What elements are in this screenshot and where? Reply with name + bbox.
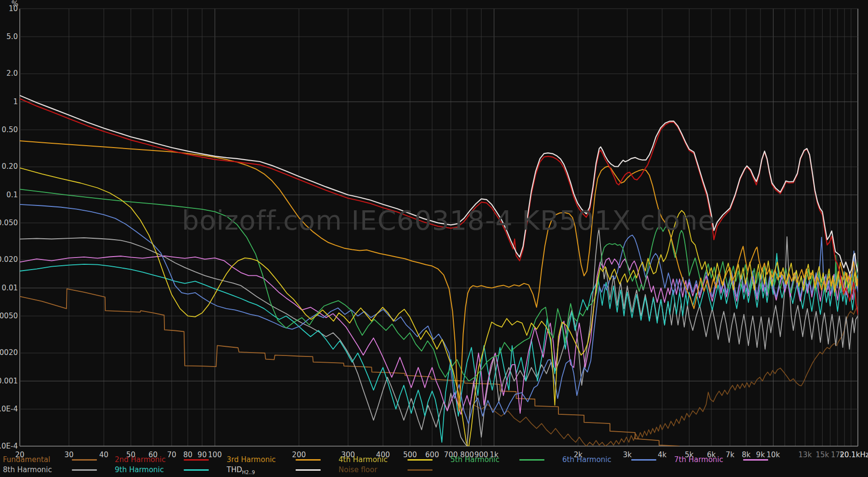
x-tick-8k: 8k (742, 450, 751, 459)
legend-item-h7[interactable]: 7th Harmonic (674, 456, 723, 464)
series-group (20, 95, 858, 448)
legend-item-label: 2nd Harmonic (115, 455, 165, 464)
x-tick-20.1kHz: 20.1kHz (840, 450, 868, 459)
x-tick-100: 100 (208, 450, 222, 459)
legend-swatch-noise (407, 469, 433, 471)
legend-item-label: THD (227, 465, 242, 474)
x-tick-10k: 10k (767, 450, 780, 459)
series-4th-harmonic (20, 168, 858, 448)
axis-labels: %105.02.010.500.200.10.0500.0200.010.005… (0, 0, 868, 459)
x-tick-15k: 15k (816, 450, 829, 459)
legend-item-h4[interactable]: 4th Harmonic (339, 456, 388, 464)
legend-item-h8[interactable]: 8th Harmonic (3, 466, 52, 474)
gridlines (20, 9, 858, 446)
legend-item-label: 8th Harmonic (3, 465, 52, 474)
x-tick-13k: 13k (799, 450, 812, 459)
x-tick-80: 80 (183, 450, 192, 459)
y-tick-10: 10 (9, 4, 18, 13)
x-tick-70: 70 (167, 450, 176, 459)
y-tick-0.01: 0.01 (2, 284, 18, 292)
legend-item-fundamental[interactable]: Fundamental (3, 456, 50, 464)
y-tick-1: 1 (13, 97, 18, 106)
legend-swatch-h3 (296, 459, 321, 461)
legend-item-noise[interactable]: Noise floor (339, 466, 377, 474)
legend-swatch-fundamental (72, 459, 97, 461)
x-tick-90: 90 (198, 450, 207, 459)
legend-item-h6[interactable]: 6th Harmonic (562, 456, 611, 464)
series-6th-harmonic (20, 204, 858, 423)
y-tick-2.0E-4: 2.0E-4 (0, 442, 18, 450)
legend-swatch-h5 (519, 459, 544, 461)
x-tick-200: 200 (292, 450, 306, 459)
x-tick-9k: 9k (756, 450, 765, 459)
x-tick-30: 30 (64, 450, 73, 459)
x-tick-3k: 3k (623, 450, 632, 459)
y-tick-0.0050: 0.0050 (0, 312, 18, 320)
y-tick-0.20: 0.20 (2, 162, 18, 171)
y-tick-0.1: 0.1 (6, 191, 18, 199)
legend-item-label: 9th Harmonic (115, 465, 164, 474)
legend-item-label: 6th Harmonic (562, 455, 611, 464)
legend-swatch-h4 (407, 459, 433, 461)
y-tick-5.0: 5.0 (6, 32, 18, 41)
series-thd (20, 95, 858, 274)
x-tick-4k: 4k (658, 450, 667, 459)
y-tick-0.020: 0.020 (0, 255, 18, 264)
legend-item-label: 3rd Harmonic (227, 455, 276, 464)
legend-swatch-h8 (72, 469, 97, 471)
series-8th-harmonic (20, 229, 858, 446)
y-tick-0.050: 0.050 (0, 218, 18, 227)
legend-item-label: 7th Harmonic (674, 455, 723, 464)
legend-swatch-h6 (631, 459, 656, 461)
legend-item-sublabel: H2..9 (242, 470, 255, 475)
x-tick-500: 500 (403, 450, 417, 459)
legend-item-h2[interactable]: 2nd Harmonic (115, 456, 165, 464)
legend-swatch-h2 (184, 459, 209, 461)
legend-item-h3[interactable]: 3rd Harmonic (227, 456, 276, 464)
x-tick-40: 40 (99, 450, 108, 459)
legend-item-h5[interactable]: 5th Harmonic (450, 456, 500, 464)
y-tick-0.001: 0.001 (0, 377, 18, 385)
legend-item-thd[interactable]: THDH2..9 (227, 466, 255, 477)
legend-item-label: Fundamental (3, 455, 50, 464)
series-noise-floor (475, 306, 858, 447)
distortion-chart: %105.02.010.500.200.10.0500.0200.010.005… (0, 0, 868, 477)
legend-swatch-thd (296, 469, 321, 471)
x-tick-600: 600 (425, 450, 439, 459)
plot-canvas: %105.02.010.500.200.10.0500.0200.010.005… (0, 0, 868, 477)
legend-swatch-h7 (743, 459, 768, 461)
legend-item-h9[interactable]: 9th Harmonic (115, 466, 164, 474)
y-tick-5.0E-4: 5.0E-4 (0, 405, 18, 413)
y-tick-2.0: 2.0 (6, 69, 18, 78)
legend-item-label: 5th Harmonic (450, 455, 500, 464)
legend-item-label: 4th Harmonic (339, 455, 388, 464)
y-tick-0.0020: 0.0020 (0, 348, 18, 357)
legend-swatch-h9 (184, 469, 209, 471)
x-tick-7k: 7k (726, 450, 735, 459)
y-tick-0.50: 0.50 (2, 125, 18, 134)
legend-item-label: Noise floor (339, 465, 377, 474)
